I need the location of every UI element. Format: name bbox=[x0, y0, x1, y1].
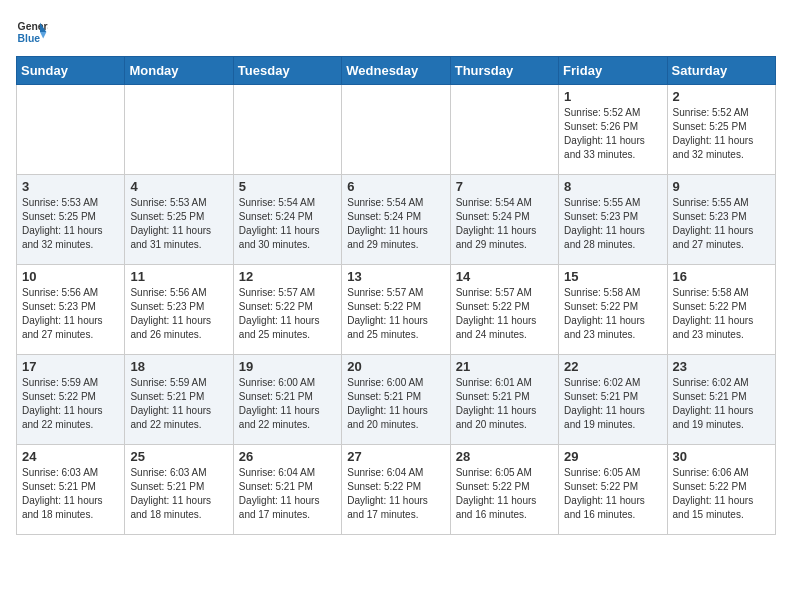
calendar-cell: 4Sunrise: 5:53 AM Sunset: 5:25 PM Daylig… bbox=[125, 175, 233, 265]
day-number: 5 bbox=[239, 179, 336, 194]
day-number: 23 bbox=[673, 359, 770, 374]
day-number: 19 bbox=[239, 359, 336, 374]
calendar-cell bbox=[233, 85, 341, 175]
day-info: Sunrise: 5:57 AM Sunset: 5:22 PM Dayligh… bbox=[347, 286, 444, 342]
day-number: 1 bbox=[564, 89, 661, 104]
day-info: Sunrise: 5:52 AM Sunset: 5:26 PM Dayligh… bbox=[564, 106, 661, 162]
calendar-cell bbox=[342, 85, 450, 175]
day-info: Sunrise: 5:56 AM Sunset: 5:23 PM Dayligh… bbox=[22, 286, 119, 342]
day-number: 16 bbox=[673, 269, 770, 284]
calendar-cell: 2Sunrise: 5:52 AM Sunset: 5:25 PM Daylig… bbox=[667, 85, 775, 175]
day-info: Sunrise: 6:05 AM Sunset: 5:22 PM Dayligh… bbox=[456, 466, 553, 522]
calendar-cell: 8Sunrise: 5:55 AM Sunset: 5:23 PM Daylig… bbox=[559, 175, 667, 265]
day-info: Sunrise: 5:52 AM Sunset: 5:25 PM Dayligh… bbox=[673, 106, 770, 162]
day-info: Sunrise: 6:00 AM Sunset: 5:21 PM Dayligh… bbox=[239, 376, 336, 432]
day-info: Sunrise: 6:04 AM Sunset: 5:21 PM Dayligh… bbox=[239, 466, 336, 522]
day-number: 6 bbox=[347, 179, 444, 194]
calendar-cell: 25Sunrise: 6:03 AM Sunset: 5:21 PM Dayli… bbox=[125, 445, 233, 535]
day-info: Sunrise: 5:57 AM Sunset: 5:22 PM Dayligh… bbox=[239, 286, 336, 342]
calendar-cell: 10Sunrise: 5:56 AM Sunset: 5:23 PM Dayli… bbox=[17, 265, 125, 355]
day-number: 26 bbox=[239, 449, 336, 464]
calendar-cell: 22Sunrise: 6:02 AM Sunset: 5:21 PM Dayli… bbox=[559, 355, 667, 445]
day-info: Sunrise: 5:53 AM Sunset: 5:25 PM Dayligh… bbox=[22, 196, 119, 252]
day-info: Sunrise: 6:00 AM Sunset: 5:21 PM Dayligh… bbox=[347, 376, 444, 432]
calendar-cell: 11Sunrise: 5:56 AM Sunset: 5:23 PM Dayli… bbox=[125, 265, 233, 355]
calendar-cell: 29Sunrise: 6:05 AM Sunset: 5:22 PM Dayli… bbox=[559, 445, 667, 535]
day-info: Sunrise: 5:53 AM Sunset: 5:25 PM Dayligh… bbox=[130, 196, 227, 252]
column-header-saturday: Saturday bbox=[667, 57, 775, 85]
calendar-cell bbox=[450, 85, 558, 175]
day-info: Sunrise: 5:55 AM Sunset: 5:23 PM Dayligh… bbox=[564, 196, 661, 252]
day-number: 13 bbox=[347, 269, 444, 284]
calendar-cell: 26Sunrise: 6:04 AM Sunset: 5:21 PM Dayli… bbox=[233, 445, 341, 535]
column-header-monday: Monday bbox=[125, 57, 233, 85]
calendar-cell: 1Sunrise: 5:52 AM Sunset: 5:26 PM Daylig… bbox=[559, 85, 667, 175]
calendar-cell bbox=[125, 85, 233, 175]
day-info: Sunrise: 6:03 AM Sunset: 5:21 PM Dayligh… bbox=[130, 466, 227, 522]
day-number: 10 bbox=[22, 269, 119, 284]
day-info: Sunrise: 5:58 AM Sunset: 5:22 PM Dayligh… bbox=[564, 286, 661, 342]
calendar-cell: 9Sunrise: 5:55 AM Sunset: 5:23 PM Daylig… bbox=[667, 175, 775, 265]
column-header-sunday: Sunday bbox=[17, 57, 125, 85]
day-number: 17 bbox=[22, 359, 119, 374]
calendar-cell: 24Sunrise: 6:03 AM Sunset: 5:21 PM Dayli… bbox=[17, 445, 125, 535]
calendar-cell: 21Sunrise: 6:01 AM Sunset: 5:21 PM Dayli… bbox=[450, 355, 558, 445]
svg-marker-3 bbox=[40, 32, 46, 38]
day-number: 7 bbox=[456, 179, 553, 194]
day-number: 2 bbox=[673, 89, 770, 104]
calendar-cell: 30Sunrise: 6:06 AM Sunset: 5:22 PM Dayli… bbox=[667, 445, 775, 535]
day-number: 3 bbox=[22, 179, 119, 194]
calendar-cell: 19Sunrise: 6:00 AM Sunset: 5:21 PM Dayli… bbox=[233, 355, 341, 445]
day-number: 24 bbox=[22, 449, 119, 464]
day-number: 18 bbox=[130, 359, 227, 374]
day-number: 29 bbox=[564, 449, 661, 464]
day-info: Sunrise: 5:55 AM Sunset: 5:23 PM Dayligh… bbox=[673, 196, 770, 252]
day-info: Sunrise: 5:59 AM Sunset: 5:22 PM Dayligh… bbox=[22, 376, 119, 432]
calendar-cell: 3Sunrise: 5:53 AM Sunset: 5:25 PM Daylig… bbox=[17, 175, 125, 265]
calendar-cell: 17Sunrise: 5:59 AM Sunset: 5:22 PM Dayli… bbox=[17, 355, 125, 445]
day-info: Sunrise: 5:54 AM Sunset: 5:24 PM Dayligh… bbox=[456, 196, 553, 252]
calendar-cell: 23Sunrise: 6:02 AM Sunset: 5:21 PM Dayli… bbox=[667, 355, 775, 445]
day-number: 30 bbox=[673, 449, 770, 464]
calendar-cell: 14Sunrise: 5:57 AM Sunset: 5:22 PM Dayli… bbox=[450, 265, 558, 355]
day-number: 27 bbox=[347, 449, 444, 464]
day-info: Sunrise: 6:02 AM Sunset: 5:21 PM Dayligh… bbox=[564, 376, 661, 432]
calendar-table: SundayMondayTuesdayWednesdayThursdayFrid… bbox=[16, 56, 776, 535]
day-number: 12 bbox=[239, 269, 336, 284]
day-info: Sunrise: 5:54 AM Sunset: 5:24 PM Dayligh… bbox=[239, 196, 336, 252]
calendar-cell bbox=[17, 85, 125, 175]
calendar-cell: 28Sunrise: 6:05 AM Sunset: 5:22 PM Dayli… bbox=[450, 445, 558, 535]
day-info: Sunrise: 6:06 AM Sunset: 5:22 PM Dayligh… bbox=[673, 466, 770, 522]
day-number: 28 bbox=[456, 449, 553, 464]
logo: General Blue bbox=[16, 16, 48, 48]
column-header-friday: Friday bbox=[559, 57, 667, 85]
calendar-cell: 18Sunrise: 5:59 AM Sunset: 5:21 PM Dayli… bbox=[125, 355, 233, 445]
day-number: 14 bbox=[456, 269, 553, 284]
day-info: Sunrise: 5:56 AM Sunset: 5:23 PM Dayligh… bbox=[130, 286, 227, 342]
day-number: 21 bbox=[456, 359, 553, 374]
calendar-cell: 6Sunrise: 5:54 AM Sunset: 5:24 PM Daylig… bbox=[342, 175, 450, 265]
day-number: 25 bbox=[130, 449, 227, 464]
day-info: Sunrise: 6:01 AM Sunset: 5:21 PM Dayligh… bbox=[456, 376, 553, 432]
column-header-thursday: Thursday bbox=[450, 57, 558, 85]
day-info: Sunrise: 5:58 AM Sunset: 5:22 PM Dayligh… bbox=[673, 286, 770, 342]
calendar-cell: 5Sunrise: 5:54 AM Sunset: 5:24 PM Daylig… bbox=[233, 175, 341, 265]
day-info: Sunrise: 6:04 AM Sunset: 5:22 PM Dayligh… bbox=[347, 466, 444, 522]
day-info: Sunrise: 5:57 AM Sunset: 5:22 PM Dayligh… bbox=[456, 286, 553, 342]
day-info: Sunrise: 5:59 AM Sunset: 5:21 PM Dayligh… bbox=[130, 376, 227, 432]
day-info: Sunrise: 5:54 AM Sunset: 5:24 PM Dayligh… bbox=[347, 196, 444, 252]
calendar-cell: 13Sunrise: 5:57 AM Sunset: 5:22 PM Dayli… bbox=[342, 265, 450, 355]
day-info: Sunrise: 6:05 AM Sunset: 5:22 PM Dayligh… bbox=[564, 466, 661, 522]
calendar-cell: 20Sunrise: 6:00 AM Sunset: 5:21 PM Dayli… bbox=[342, 355, 450, 445]
day-info: Sunrise: 6:03 AM Sunset: 5:21 PM Dayligh… bbox=[22, 466, 119, 522]
column-header-wednesday: Wednesday bbox=[342, 57, 450, 85]
day-number: 15 bbox=[564, 269, 661, 284]
calendar-cell: 12Sunrise: 5:57 AM Sunset: 5:22 PM Dayli… bbox=[233, 265, 341, 355]
calendar-cell: 27Sunrise: 6:04 AM Sunset: 5:22 PM Dayli… bbox=[342, 445, 450, 535]
calendar-cell: 15Sunrise: 5:58 AM Sunset: 5:22 PM Dayli… bbox=[559, 265, 667, 355]
day-number: 20 bbox=[347, 359, 444, 374]
logo-icon: General Blue bbox=[16, 16, 48, 48]
day-info: Sunrise: 6:02 AM Sunset: 5:21 PM Dayligh… bbox=[673, 376, 770, 432]
calendar-cell: 7Sunrise: 5:54 AM Sunset: 5:24 PM Daylig… bbox=[450, 175, 558, 265]
calendar-cell: 16Sunrise: 5:58 AM Sunset: 5:22 PM Dayli… bbox=[667, 265, 775, 355]
